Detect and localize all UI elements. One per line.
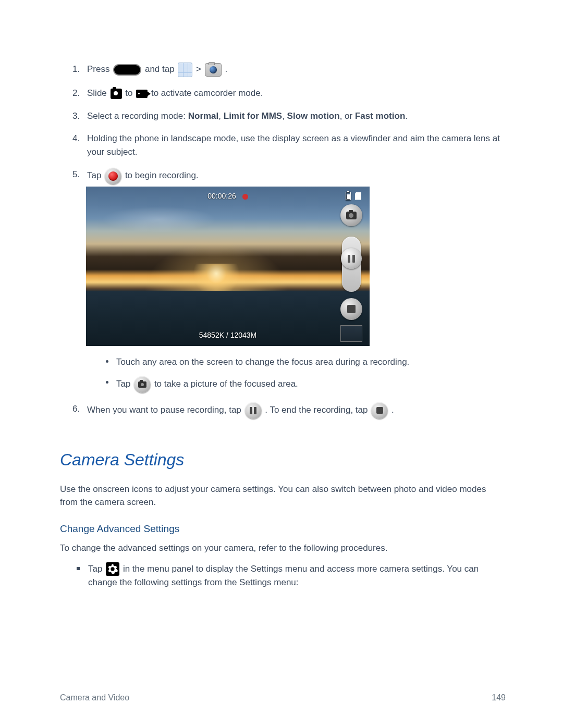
step-text: >: [196, 64, 204, 74]
step-text: .: [225, 64, 228, 74]
step-text: Select a recording mode:: [87, 111, 188, 121]
stop-icon: [347, 305, 356, 313]
step-text: Holding the phone in landscape mode, use…: [87, 133, 500, 157]
page-number: 149: [492, 692, 506, 704]
battery-icon: [346, 192, 351, 200]
mode-normal: Normal: [188, 111, 219, 121]
bullet-focus-area: Touch any area on the screen to change t…: [106, 355, 506, 369]
record-button-icon: [105, 168, 121, 184]
step-text: to: [125, 88, 135, 98]
step-text: .: [391, 405, 394, 415]
gear-icon: [106, 562, 119, 576]
sub-paragraph: To change the advanced settings on your …: [60, 541, 506, 555]
mode-mms: Limit for MMS: [224, 111, 282, 121]
advanced-settings-list: Tap in the menu panel to display the Set…: [77, 562, 506, 589]
pause-button[interactable]: [341, 248, 362, 269]
step-number: 3.: [72, 109, 80, 123]
pause-button-icon: [245, 402, 262, 419]
mode-fast: Fast motion: [355, 111, 405, 121]
step-number: 5.: [72, 168, 80, 181]
video-mode-icon: [136, 90, 148, 98]
step-2: 2. Slide to to activate camcorder mode.: [72, 87, 506, 100]
step-1: 1. Press and tap > .: [72, 63, 506, 77]
instruction-steps: 1. Press and tap > . 2. Slide to to acti…: [72, 63, 506, 419]
step-text: When you want to pause recording, tap: [87, 405, 244, 415]
settings-menu-bullet: Tap in the menu panel to display the Set…: [77, 562, 506, 589]
step-number: 1.: [72, 63, 80, 76]
subheading: Change Advanced Settings: [60, 522, 506, 537]
recording-indicator-icon: [242, 194, 248, 200]
step-text: Slide: [87, 88, 109, 98]
app-grid-icon: [178, 63, 192, 77]
step-3: 3. Select a recording mode: Normal, Limi…: [72, 109, 506, 123]
mode-slow: Slow motion: [287, 111, 340, 121]
step-number: 2.: [72, 87, 80, 100]
step-text: to begin recording.: [125, 170, 199, 180]
snapshot-button[interactable]: [340, 204, 362, 226]
step-4: 4. Holding the phone in landscape mode, …: [72, 132, 506, 158]
step-text: and tap: [145, 64, 177, 74]
recording-time-bar: 00:00:26: [86, 191, 370, 202]
footer-section: Camera and Video: [60, 692, 129, 704]
camera-app-icon: [205, 63, 222, 77]
step-6: 6. When you want to pause recording, tap…: [72, 402, 506, 419]
step-text: Tap: [87, 170, 104, 180]
section-paragraph: Use the onscreen icons to adjust your ca…: [60, 483, 506, 509]
section-title: Camera Settings: [60, 447, 506, 472]
snapshot-button-icon: [134, 376, 151, 393]
step-5: 5. Tap to begin recording. 00:00:26: [72, 168, 506, 393]
step-number: 6.: [72, 402, 80, 416]
home-button-icon: [113, 64, 141, 76]
stop-button[interactable]: [340, 298, 362, 320]
recording-time: 00:00:26: [207, 192, 236, 200]
sd-card-icon: [355, 192, 361, 200]
camera-icon: [346, 212, 357, 219]
photo-mode-icon: [111, 89, 122, 99]
step-text: . To end the recording, tap: [265, 405, 370, 415]
step-text: Press: [87, 64, 112, 74]
bullet-snapshot: Tap to take a picture of the focused are…: [106, 376, 506, 393]
step-number: 4.: [72, 132, 80, 145]
camcorder-screenshot: 00:00:26 54852K / 12043M: [86, 187, 370, 346]
page-footer: Camera and Video 149: [60, 692, 506, 704]
storage-label: 54852K / 12043M: [86, 330, 370, 341]
step-text: to activate camcorder mode.: [151, 88, 263, 98]
stop-button-icon: [371, 402, 388, 419]
step-5-sublist: Touch any area on the screen to change t…: [106, 355, 506, 393]
